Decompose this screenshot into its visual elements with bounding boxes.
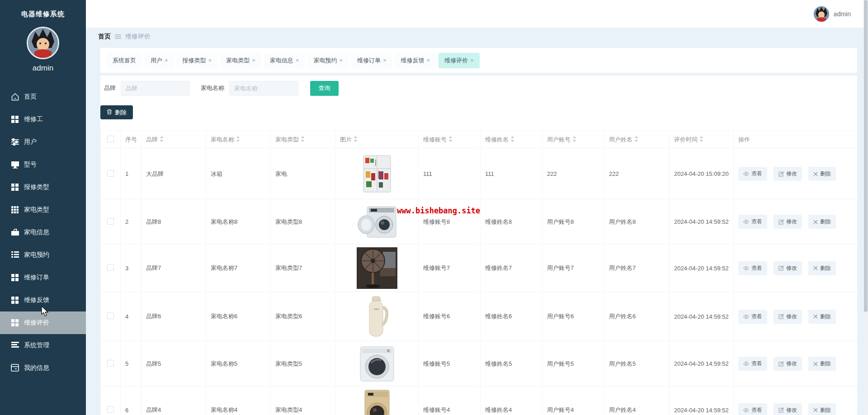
close-icon[interactable]: × — [383, 57, 387, 63]
edit-button[interactable]: 修改 — [774, 215, 802, 229]
close-icon[interactable]: × — [296, 57, 299, 63]
edit-button[interactable]: 修改 — [774, 310, 802, 324]
tab[interactable]: 维修订单 × — [351, 53, 392, 68]
view-button[interactable]: 查看 — [738, 357, 767, 371]
scrollbar-thumb[interactable] — [864, 0, 868, 312]
home-icon — [11, 93, 19, 101]
breadcrumb-home[interactable]: 首页 — [98, 33, 111, 41]
sidebar-item-9[interactable]: 维修订单 — [0, 266, 86, 289]
column-header[interactable]: 品牌 — [142, 131, 206, 149]
brand-input[interactable] — [121, 81, 190, 96]
sidebar-item-label: 报修类型 — [24, 183, 49, 191]
sidebar-item-4[interactable]: 型号 — [0, 153, 86, 176]
sort-carets-icon[interactable] — [301, 136, 305, 143]
row-checkbox[interactable] — [107, 360, 114, 367]
table-row: 3 品牌7 家电名称7 家电类型7 维修账号7 维修姓名7 用户账号7 用户姓名… — [101, 245, 858, 292]
sidebar-item-7[interactable]: 家电信息 — [0, 221, 86, 244]
sort-carets-icon[interactable] — [510, 136, 514, 143]
column-header[interactable]: 家电类型 — [271, 131, 335, 149]
view-button[interactable]: 查看 — [738, 403, 767, 415]
topbar-username[interactable]: admin — [834, 10, 851, 18]
table-header-row: 序号品牌家电名称家电类型图片维修账号维修姓名用户账号用户姓名评价时间操作 — [101, 131, 858, 149]
sort-carets-icon[interactable] — [160, 136, 164, 143]
query-button[interactable]: 查询 — [310, 81, 339, 96]
row-delete-button[interactable]: 删除 — [808, 215, 836, 229]
sidebar-username: admin — [0, 64, 86, 73]
washer-gold-image — [335, 387, 419, 415]
sort-carets-icon[interactable] — [572, 136, 576, 143]
row-checkbox[interactable] — [107, 170, 114, 177]
sort-carets-icon[interactable] — [236, 136, 240, 143]
cell-repair-name: 维修姓名6 — [481, 292, 542, 341]
view-button[interactable]: 查看 — [738, 167, 767, 181]
close-icon[interactable]: × — [208, 57, 212, 63]
appliance-name-input[interactable] — [229, 81, 298, 96]
avatar[interactable] — [814, 6, 829, 22]
close-icon[interactable]: × — [252, 57, 255, 63]
column-header[interactable]: 用户账号 — [542, 131, 604, 149]
cell-index: 6 — [121, 387, 142, 415]
sort-carets-icon[interactable] — [634, 136, 638, 143]
edit-button[interactable]: 修改 — [774, 261, 802, 275]
column-header[interactable]: 维修姓名 — [481, 131, 542, 149]
edit-button[interactable]: 修改 — [774, 357, 802, 371]
tab[interactable]: 家电信息 × — [264, 53, 305, 68]
select-all-checkbox[interactable] — [107, 136, 114, 142]
tab[interactable]: 报修类型 × — [177, 53, 218, 68]
cell-brand: 品牌7 — [142, 245, 206, 292]
edit-button[interactable]: 修改 — [774, 403, 802, 415]
row-checkbox[interactable] — [107, 264, 114, 271]
sidebar-item-13[interactable]: 我的信息 — [0, 357, 86, 379]
close-icon[interactable]: × — [427, 57, 430, 63]
cell-time: 2024-04-20 14:59:52 — [670, 387, 734, 415]
sidebar-item-10[interactable]: 维修反馈 — [0, 289, 86, 311]
close-icon[interactable]: × — [165, 57, 168, 63]
row-delete-button[interactable]: 删除 — [808, 261, 836, 275]
row-delete-button[interactable]: 删除 — [808, 310, 836, 324]
monitor-icon — [11, 160, 19, 169]
sort-carets-icon[interactable] — [354, 136, 358, 143]
tab[interactable]: 家电预约 × — [307, 53, 349, 68]
view-button[interactable]: 查看 — [738, 310, 767, 324]
cell-user-account: 用户账号6 — [542, 292, 604, 341]
sidebar-item-8[interactable]: 家电预约 — [0, 244, 86, 266]
sidebar-item-1[interactable]: 首页 — [0, 85, 86, 108]
tab[interactable]: 维修反馈 × — [395, 53, 436, 68]
tab[interactable]: 用户 × — [145, 53, 174, 68]
folder-icon — [11, 364, 19, 373]
cell-user-account: 用户账号7 — [542, 245, 604, 292]
row-checkbox[interactable] — [107, 406, 114, 413]
cell-type: 家电 — [271, 149, 335, 199]
cell-type: 家电类型7 — [271, 245, 335, 292]
column-header[interactable]: 图片 — [335, 131, 419, 149]
tab[interactable]: 家电类型 × — [220, 53, 261, 68]
view-button[interactable]: 查看 — [738, 215, 767, 229]
sort-carets-icon[interactable] — [448, 136, 453, 143]
column-header[interactable]: 维修账号 — [419, 131, 481, 149]
row-delete-button[interactable]: 删除 — [808, 167, 836, 181]
row-checkbox[interactable] — [107, 312, 114, 319]
tab[interactable]: 维修评价 × — [439, 53, 480, 68]
row-delete-button[interactable]: 删除 — [808, 403, 836, 415]
column-header[interactable]: 评价时间 — [670, 131, 734, 149]
column-header[interactable]: 用户姓名 — [604, 131, 670, 149]
row-checkbox[interactable] — [107, 218, 114, 225]
column-header[interactable]: 家电名称 — [206, 131, 271, 149]
cell-name: 家电名称5 — [206, 341, 271, 387]
tab[interactable]: 系统首页 — [107, 53, 142, 68]
table-row: 5 品牌5 家电名称5 家电类型5 维修账号5 维修姓名5 用户账号5 用户姓名… — [101, 341, 858, 387]
delete-button[interactable]: 删除 — [100, 105, 133, 119]
vertical-scrollbar[interactable] — [863, 0, 868, 415]
sidebar-item-5[interactable]: 报修类型 — [0, 176, 86, 198]
sidebar-item-3[interactable]: 用户 — [0, 131, 86, 153]
sidebar-item-12[interactable]: 系统管理 — [0, 334, 86, 357]
sidebar-item-2[interactable]: 维修工 — [0, 108, 86, 131]
row-delete-button[interactable]: 删除 — [808, 357, 836, 371]
close-icon[interactable]: × — [339, 57, 343, 63]
close-icon[interactable]: × — [470, 57, 474, 63]
sidebar-item-6[interactable]: 家电类型 — [0, 198, 86, 221]
sidebar-item-11[interactable]: 维修评价 — [0, 311, 86, 334]
view-button[interactable]: 查看 — [738, 261, 767, 275]
sort-carets-icon[interactable] — [699, 136, 703, 143]
edit-button[interactable]: 修改 — [774, 167, 802, 181]
